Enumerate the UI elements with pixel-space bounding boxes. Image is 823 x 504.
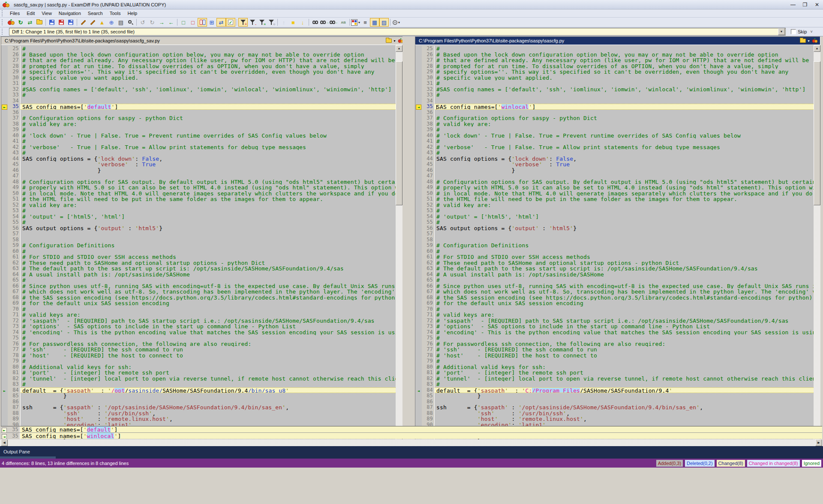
code-line-text[interactable] [434,237,814,243]
code-line-text[interactable]: # Configuration Definitions [20,243,396,249]
right-compare-icon[interactable] [812,38,818,43]
backup-first-file-icon[interactable]: ▲ [97,18,107,27]
code-line-text[interactable]: # For STDIO and STDIO over SSH access me… [20,254,396,260]
split-view-icon[interactable] [198,18,207,27]
code-line-text[interactable]: # [20,335,396,341]
code-line-text[interactable]: # Configuration options for SAS output. … [434,179,814,185]
code-line-text[interactable]: # 'saspath' - [REQUIRED] path to SAS sta… [20,318,396,324]
filter-custom-icon[interactable]: ○ [267,18,276,27]
panes-layout-icon[interactable]: ▼ [351,18,360,27]
bottom-diff-row-second[interactable]: ◄35SAS_config_names=['winlocal'] [1,432,822,439]
right-scroll-up-icon[interactable]: ▲ [814,45,820,52]
code-line-text[interactable]: # 'port' - [integer] the remote ssh port [434,370,814,376]
left-code-pane[interactable]: 25#26# Based upon the lock_down configur… [1,45,396,445]
left-open-file-icon[interactable] [386,39,392,43]
pane-splitter[interactable] [402,36,415,445]
code-line-text[interactable]: # the HTML file will need to be put in t… [434,196,814,202]
current-diff-combo[interactable]: Diff 1: Change 1 line (35, first file) t… [9,28,786,36]
code-line-text[interactable]: # [20,81,396,87]
bottom-diff-text[interactable]: SAS_config_names=['winlocal'] [20,433,822,439]
code-line-text[interactable]: # [20,219,396,225]
left-vertical-scrollbar[interactable]: ▲ ▼ [396,45,402,445]
output-pane-bar[interactable]: Output Pane [0,446,823,459]
skip-checkbox-box[interactable] [791,29,796,34]
match-case-icon[interactable]: AB [339,18,348,27]
right-pane-header[interactable]: C:\Program Files\Python\Python37\Lib\sit… [415,36,820,45]
code-line-text[interactable]: # [434,92,814,98]
save-all-icon[interactable] [66,18,75,27]
code-line-text[interactable]: # [20,150,396,156]
close-button[interactable]: ✕ [811,0,823,9]
find-next-icon[interactable]: → [320,18,329,27]
code-line-text[interactable] [20,110,396,116]
code-line-text[interactable]: # for the default unix SAS session encod… [434,300,814,306]
code-line-text[interactable]: # [434,219,814,225]
code-line-text[interactable]: # [20,381,396,387]
code-line-text[interactable]: # [434,306,814,312]
code-line-text[interactable] [20,231,396,237]
code-line-text[interactable]: 'ssh' : '/usr/bin/ssh', [434,411,814,417]
undo-icon[interactable]: ↺ [138,18,147,27]
compare-files-icon[interactable] [6,18,16,27]
code-line-text[interactable]: # 'ssh' - [REQUIRED] the ssh command to … [434,347,814,353]
code-line-text[interactable]: # for the default unix SAS session encod… [20,300,396,306]
code-line-text[interactable]: # which does not work well as utf-8. So,… [434,289,814,295]
code-line-text[interactable]: # [20,358,396,364]
code-line-text[interactable]: # 'lock_down' - True | False. True = Pre… [20,133,396,139]
save-second-file-icon[interactable] [57,18,66,27]
code-line-text[interactable]: # [434,46,814,52]
code-line-text[interactable]: # Configuration options for saspy - pyth… [20,115,396,121]
go-current-difference-icon[interactable]: ■ [288,18,298,27]
code-line-text[interactable]: # Based upon the lock_down configuration… [434,52,814,58]
code-line-text[interactable]: # [434,335,814,341]
code-line-text[interactable]: # specific value you want applied. [434,75,814,81]
menu-item-help[interactable]: Help [124,10,141,17]
code-line-text[interactable]: SAS_config_options = {'lock_down': False… [20,156,396,162]
code-line-text[interactable] [434,110,814,116]
filter-hide-matching-icon[interactable]: - [248,18,257,27]
left-scroll-up-icon[interactable]: ▲ [396,45,402,52]
go-first-difference-icon[interactable]: ↑ [279,18,288,27]
right-header-dropdown-icon[interactable]: ▼ [807,39,810,42]
right-open-file-icon[interactable] [800,39,806,43]
menu-item-edit[interactable]: Edit [23,10,38,17]
code-line-text[interactable]: # 'saspath' - [REQUIRED] path to SAS sta… [434,318,814,324]
code-line-text[interactable]: # [434,277,814,283]
code-line-text[interactable]: # These need path to SASHome and optiona… [434,260,814,266]
code-line-text[interactable]: # specify options=''. This way it's spec… [434,69,814,75]
code-line-text[interactable]: # valid keys are: [434,312,814,318]
code-line-text[interactable]: # that are defined already. Any necessar… [434,57,814,63]
settings-gear-icon-dropdown[interactable]: ▼ [398,21,401,24]
code-line-text[interactable]: # specific value you want applied. [20,75,396,81]
maximize-button[interactable]: ❐ [799,0,811,9]
code-line-text[interactable]: # Configuration Definitions [434,243,814,249]
code-line-text[interactable]: # Based upon the lock_down configuration… [20,52,396,58]
code-line-text[interactable]: # [20,208,396,214]
show-line-details-icon[interactable]: ≡ [360,18,370,27]
settings-gear-icon[interactable]: ▼ [392,18,401,27]
code-line-text[interactable]: # 'verbose' - True | False. True = Allow… [434,144,814,150]
code-line-text[interactable]: # 'output' = ['html5', 'html'] [434,214,814,220]
code-line-text[interactable]: # properly with HTML 5.0 so it can also … [20,185,396,191]
code-line-text[interactable]: SAS_output_options = {'output' : 'html5'… [434,225,814,231]
code-line-text[interactable]: # 'host' - [REQUIRED] the host to connec… [20,353,396,359]
show-edit-controls-icon[interactable]: ✓ [226,18,235,27]
code-line-text[interactable]: # 'host' - [REQUIRED] the host to connec… [434,353,814,359]
menu-item-view[interactable]: View [38,10,55,17]
code-line-text[interactable]: # that are defined already. Any necessar… [20,57,396,63]
edit-first-file-icon[interactable] [78,18,88,27]
code-line-text[interactable]: # Additional valid keys for ssh: [434,364,814,370]
code-line-text[interactable]: # Configuration options for SAS output. … [20,179,396,185]
code-line-text[interactable]: # in local mode. Note that HTML 4.0 will… [434,191,814,197]
menu-item-files[interactable]: Files [6,10,23,17]
code-line-text[interactable]: # in local mode. Note that HTML 4.0 will… [20,191,396,197]
code-line-text[interactable] [20,98,396,104]
code-line-text[interactable] [20,173,396,179]
code-line-text[interactable]: # 'tunnel' - [integer] local port to ope… [434,376,814,382]
code-line-text[interactable]: # 'verbose' - True | False. True = Allow… [20,144,396,150]
code-line-text[interactable]: default = {'saspath' : '/opt/sasinside/S… [20,387,396,393]
find-icon[interactable] [310,18,320,27]
print-preview-icon[interactable] [126,18,135,27]
code-line-text[interactable]: # prompted for at run time. To dissallow… [434,63,814,69]
swap-panes-icon[interactable]: ⇄ [25,18,35,27]
